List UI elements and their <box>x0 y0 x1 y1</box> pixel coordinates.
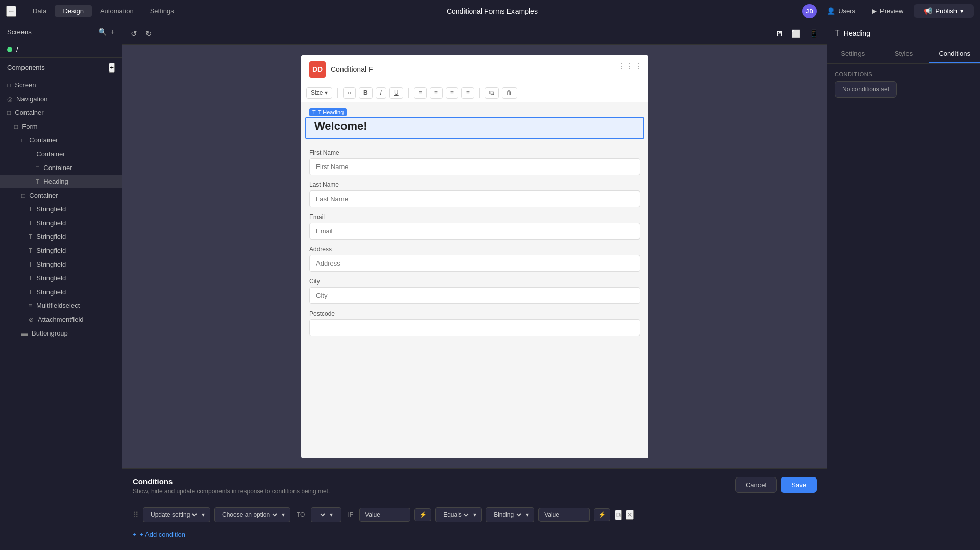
operator-select-input[interactable]: Equals <box>441 511 470 519</box>
component-label: Form <box>22 123 37 130</box>
align-center-button[interactable]: ≡ <box>430 87 443 99</box>
operator-select[interactable]: Equals ▾ <box>435 507 482 522</box>
copy-format-button[interactable]: ⧉ <box>485 87 499 99</box>
center-area: ↺ ↻ 🖥 ⬜ 📱 DD Conditional F <box>122 22 827 550</box>
delete-format-button[interactable]: 🗑 <box>502 87 517 99</box>
align-right-button[interactable]: ≡ <box>446 87 458 99</box>
action-select[interactable]: Update setting ▾ <box>143 507 210 522</box>
sidebar-item-container-5[interactable]: □Container <box>0 147 122 161</box>
copy-condition-button[interactable]: ⧉ <box>615 510 622 520</box>
cancel-button[interactable]: Cancel <box>735 477 777 493</box>
sidebar-item-container-2[interactable]: □Container <box>0 106 122 119</box>
sidebar-item-buttongroup-18[interactable]: ▬Buttongroup <box>0 326 122 340</box>
form-field-email: Email <box>309 213 640 240</box>
component-label: Stringfield <box>36 219 66 227</box>
sidebar-item-stringfield-15[interactable]: TStringfield <box>0 285 122 299</box>
redo-button[interactable]: ↻ <box>143 27 154 40</box>
value1-bolt-button[interactable]: ⚡ <box>414 508 431 521</box>
field-input[interactable] <box>309 190 640 207</box>
back-button[interactable]: ← <box>6 6 16 17</box>
drag-handle-icon[interactable]: ⠿ <box>133 510 139 520</box>
field-input[interactable] <box>309 319 640 336</box>
sidebar-item-container-8[interactable]: □Container <box>0 188 122 202</box>
option-select[interactable]: Choose an option ▾ <box>214 507 290 522</box>
component-icon: □ <box>21 192 25 199</box>
sidebar-item-stringfield-10[interactable]: TStringfield <box>0 216 122 230</box>
sidebar-item-stringfield-12[interactable]: TStringfield <box>0 244 122 257</box>
circle-btn[interactable]: ○ <box>343 87 356 99</box>
sidebar-item-attachmentfield-17[interactable]: ⊘Attachmentfield <box>0 313 122 326</box>
users-button[interactable]: 👤 Users <box>821 5 862 17</box>
dots-handle[interactable]: ⋮⋮⋮ <box>618 61 642 71</box>
canvas-container: DD Conditional F Size ▾ ○ B I U <box>122 45 827 550</box>
field-input[interactable] <box>309 287 640 304</box>
search-screens-button[interactable]: 🔍 <box>98 28 107 36</box>
tablet-view-button[interactable]: ⬜ <box>789 27 803 40</box>
component-icon: T <box>36 178 39 185</box>
mobile-view-button[interactable]: 📱 <box>807 27 821 40</box>
value2-input[interactable] <box>538 508 590 522</box>
align-justify-button[interactable]: ≡ <box>461 87 474 99</box>
nav-tab-design[interactable]: Design <box>55 5 91 17</box>
sidebar-item-container-6[interactable]: □Container <box>0 161 122 175</box>
add-screen-button[interactable]: + <box>111 28 115 36</box>
left-sidebar: Screens 🔍 + / Components + □Screen◎Navig… <box>0 22 122 550</box>
field-input[interactable] <box>309 255 640 272</box>
conditions-panel-title: Conditions <box>133 477 330 486</box>
sidebar-item-heading-7[interactable]: THeading <box>0 175 122 188</box>
component-label: Navigation <box>16 95 47 103</box>
size-selector[interactable]: Size ▾ <box>306 87 332 99</box>
tab-conditions[interactable]: Conditions <box>929 44 980 63</box>
sidebar-item-screen-0[interactable]: □Screen <box>0 78 122 92</box>
toolbar-divider-1 <box>337 88 338 98</box>
bold-button[interactable]: B <box>359 87 373 99</box>
preview-icon: ▶ <box>872 7 877 15</box>
italic-button[interactable]: I <box>376 87 386 99</box>
sidebar-item-form-3[interactable]: □Form <box>0 119 122 133</box>
sidebar-item-container-4[interactable]: □Container <box>0 133 122 147</box>
undo-button[interactable]: ↺ <box>129 27 139 40</box>
field-input[interactable] <box>309 158 640 175</box>
sidebar-item-navigation-1[interactable]: ◎Navigation <box>0 92 122 106</box>
component-label: Multifieldselect <box>36 302 80 309</box>
nav-tab-automation[interactable]: Automation <box>92 5 142 17</box>
tab-styles[interactable]: Styles <box>878 44 929 63</box>
desktop-view-button[interactable]: 🖥 <box>773 27 785 40</box>
value1-input[interactable] <box>359 508 410 522</box>
screen-item-root[interactable]: / <box>0 41 122 57</box>
conditions-panel-desc: Show, hide and update components in resp… <box>133 488 330 495</box>
top-nav: ← Data Design Automation Settings Condit… <box>0 0 980 22</box>
conditions-content: CONDITIONS No conditions set <box>827 64 980 105</box>
welcome-heading[interactable]: Welcome! <box>305 117 644 139</box>
conditions-panel-actions: Cancel Save <box>735 477 817 493</box>
save-button[interactable]: Save <box>781 477 817 493</box>
binding-select-input[interactable]: Binding <box>492 511 523 519</box>
component-icon: □ <box>29 151 32 158</box>
nav-tab-settings[interactable]: Settings <box>142 5 182 17</box>
to-value-select[interactable]: ▾ <box>311 507 341 522</box>
publish-button[interactable]: 📢 Publish ▾ <box>914 4 974 18</box>
sidebar-item-stringfield-9[interactable]: TStringfield <box>0 202 122 216</box>
field-input[interactable] <box>309 223 640 240</box>
sidebar-item-stringfield-14[interactable]: TStringfield <box>0 271 122 285</box>
add-condition-button[interactable]: + + Add condition <box>133 529 185 540</box>
align-left-button[interactable]: ≡ <box>414 87 427 99</box>
component-icon: T <box>29 206 32 213</box>
tab-settings[interactable]: Settings <box>827 44 878 63</box>
to-value-select-input[interactable] <box>316 511 327 519</box>
option-select-input[interactable]: Choose an option <box>220 511 279 519</box>
add-component-button[interactable]: + <box>109 63 115 73</box>
action-select-input[interactable]: Update setting <box>149 511 199 519</box>
component-label: Heading <box>43 178 68 185</box>
binding-select[interactable]: Binding ▾ <box>486 507 534 522</box>
sidebar-item-stringfield-13[interactable]: TStringfield <box>0 257 122 271</box>
form-logo: DD <box>309 61 326 78</box>
sidebar-item-multifieldselect-16[interactable]: ≡Multifieldselect <box>0 299 122 313</box>
nav-tab-data[interactable]: Data <box>24 5 55 17</box>
sidebar-item-stringfield-11[interactable]: TStringfield <box>0 230 122 244</box>
component-label: Stringfield <box>36 288 66 296</box>
underline-button[interactable]: U <box>389 87 403 99</box>
delete-condition-button[interactable]: ✕ <box>626 510 634 520</box>
preview-button[interactable]: ▶ Preview <box>866 5 910 17</box>
value2-bolt-button[interactable]: ⚡ <box>594 508 610 521</box>
